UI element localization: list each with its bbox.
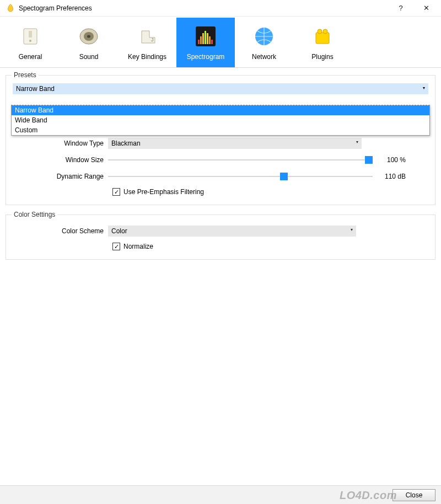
tab-key-bindings[interactable]: J Key Bindings [118, 18, 176, 67]
presets-group-label: Presets [12, 71, 39, 79]
dynamic-range-value: 110 dB [373, 173, 406, 180]
help-button[interactable]: ? [388, 0, 413, 17]
preset-option-narrow-band[interactable]: Narrow Band [12, 105, 429, 115]
spectrogram-icon [192, 23, 219, 50]
color-settings-group: Color Settings Color Scheme Color ▾ ✓ No… [6, 211, 435, 260]
window-size-slider[interactable] [108, 154, 373, 165]
tab-plugins[interactable]: Plugins [293, 18, 352, 67]
key-icon: J [134, 23, 160, 50]
svg-rect-1 [29, 31, 32, 37]
tab-spectrogram[interactable]: Spectrogram [176, 18, 235, 67]
dynamic-range-slider[interactable] [108, 171, 373, 182]
tab-label: Network [252, 53, 276, 61]
svg-rect-9 [200, 36, 202, 44]
svg-rect-13 [209, 36, 211, 44]
color-scheme-row: Color Scheme Color ▾ [12, 223, 429, 239]
svg-rect-10 [202, 33, 204, 44]
window-size-label: Window Size [12, 156, 108, 164]
preset-option-custom[interactable]: Custom [12, 125, 429, 135]
app-icon [6, 3, 15, 13]
presets-combo[interactable]: Narrow Band ▾ [13, 83, 428, 94]
watermark: LO4D.com [340, 489, 397, 502]
window-type-combo[interactable]: Blackman ▾ [108, 138, 362, 149]
content-area: Presets Narrow Band ▾ Number of Bins 128… [0, 68, 441, 260]
window-size-value: 100 % [373, 156, 406, 164]
window-type-label: Window Type [12, 140, 108, 147]
block-icon [309, 23, 336, 50]
tab-general[interactable]: General [1, 18, 60, 67]
preemph-label: Use Pre-Emphasis Filtering [123, 188, 204, 196]
normalize-checkbox[interactable]: ✓ [112, 243, 120, 250]
titlebar: Spectogram Preferences ? ✕ [0, 0, 441, 17]
svg-text:J: J [151, 37, 154, 42]
switch-icon [17, 23, 44, 50]
dynamic-range-row: Dynamic Range 110 dB [12, 168, 429, 185]
close-button[interactable]: Close [392, 489, 435, 501]
svg-point-17 [318, 29, 322, 34]
window-size-row: Window Size 100 % [12, 152, 429, 168]
tab-label: General [19, 53, 42, 61]
tab-label: Plugins [311, 53, 333, 61]
chevron-down-icon: ▾ [356, 140, 358, 144]
svg-rect-14 [211, 40, 213, 44]
window-title: Spectogram Preferences [19, 4, 92, 12]
tab-toolbar: General Sound J Key Bindings [0, 17, 441, 68]
svg-point-5 [87, 35, 90, 37]
preemph-checkbox[interactable]: ✓ [112, 188, 120, 196]
globe-icon [251, 23, 277, 50]
normalize-label: Normalize [123, 243, 153, 250]
dynamic-range-label: Dynamic Range [12, 173, 108, 180]
speaker-icon [76, 23, 102, 50]
presets-group: Presets Narrow Band ▾ Number of Bins 128… [6, 71, 435, 205]
svg-rect-12 [207, 33, 208, 44]
chevron-down-icon: ▾ [423, 85, 425, 90]
tab-label: Sound [79, 53, 99, 61]
preset-option-wide-band[interactable]: Wide Band [12, 115, 429, 125]
window-type-row: Window Type Blackman ▾ [12, 135, 429, 152]
svg-rect-11 [205, 31, 206, 44]
color-scheme-combo[interactable]: Color ▾ [108, 226, 356, 237]
tab-network[interactable]: Network [235, 18, 293, 67]
footer: LO4D.com Close [0, 485, 441, 504]
svg-rect-16 [316, 33, 329, 44]
chevron-down-icon: ▾ [351, 227, 353, 232]
presets-dropdown[interactable]: Narrow Band Wide Band Custom [11, 105, 430, 136]
normalize-row: ✓ Normalize [12, 239, 429, 254]
tab-label: Key Bindings [128, 53, 166, 61]
svg-rect-8 [198, 40, 200, 44]
window-close-button[interactable]: ✕ [413, 0, 439, 17]
svg-point-2 [29, 40, 31, 42]
color-settings-label: Color Settings [12, 211, 57, 218]
svg-point-18 [323, 29, 327, 34]
tab-sound[interactable]: Sound [60, 18, 118, 67]
tab-label: Spectrogram [187, 53, 225, 61]
color-scheme-label: Color Scheme [12, 227, 108, 235]
presets-selected: Narrow Band [16, 85, 55, 93]
preemph-row: ✓ Use Pre-Emphasis Filtering [12, 185, 429, 199]
